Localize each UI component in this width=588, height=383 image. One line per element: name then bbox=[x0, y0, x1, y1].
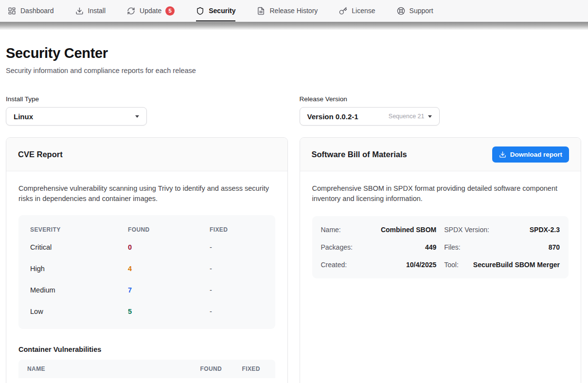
sbom-detail-tool: Tool: SecureBuild SBOM Merger bbox=[444, 256, 560, 274]
nav-tab-label: Dashboard bbox=[20, 7, 54, 15]
release-version-value: Version 0.0.2-1 bbox=[307, 112, 358, 121]
sbom-detail-name: Name: Combined SBOM bbox=[321, 221, 437, 238]
nav-tab-install[interactable]: Install bbox=[75, 0, 106, 21]
page-title: Security Center bbox=[6, 45, 581, 61]
found-count: 4 bbox=[128, 265, 210, 273]
table-row: Critical 0 - bbox=[18, 237, 275, 258]
dashboard-icon bbox=[8, 7, 16, 15]
detail-value: 449 bbox=[425, 243, 436, 251]
detail-value: SecureBuild SBOM Merger bbox=[473, 261, 560, 269]
found-col-header: FOUND bbox=[128, 226, 210, 233]
cve-report-title: CVE Report bbox=[18, 150, 63, 159]
detail-value: 870 bbox=[549, 243, 560, 251]
download-report-button[interactable]: Download report bbox=[492, 146, 569, 163]
nav-tab-label: Update bbox=[140, 7, 161, 15]
sbom-details: Name: Combined SBOM SPDX Version: SPDX-2… bbox=[312, 216, 569, 278]
nav-tab-label: Security bbox=[209, 7, 235, 15]
severity-label: Medium bbox=[30, 286, 128, 294]
severity-table: SEVERITY FOUND FIXED Critical 0 - High 4… bbox=[18, 215, 275, 329]
fixed-count: - bbox=[210, 243, 264, 251]
fixed-count: - bbox=[210, 286, 264, 294]
found-col-header: FOUND bbox=[200, 365, 231, 372]
release-version-label: Release Version bbox=[300, 95, 582, 103]
found-count: 0 bbox=[128, 243, 210, 251]
severity-col-header: SEVERITY bbox=[30, 226, 128, 233]
container-vulnerabilities-title: Container Vulnerabilities bbox=[18, 346, 275, 353]
sbom-detail-created: Created: 10/4/2025 bbox=[321, 256, 437, 274]
detail-label: Name: bbox=[321, 226, 341, 234]
chevron-down-icon bbox=[135, 115, 139, 118]
severity-label: Critical bbox=[30, 243, 128, 251]
release-version-filter: Release Version Version 0.0.2-1 Sequence… bbox=[300, 95, 582, 126]
nav-tab-update[interactable]: Update 5 bbox=[127, 0, 175, 21]
table-row: Medium 7 - bbox=[18, 279, 275, 301]
found-count: 5 bbox=[128, 308, 210, 315]
nav-tab-license[interactable]: License bbox=[339, 0, 375, 21]
detail-label: SPDX Version: bbox=[444, 226, 489, 234]
nav-tab-security[interactable]: Security bbox=[196, 0, 235, 21]
nav-tab-release-history[interactable]: Release History bbox=[257, 0, 318, 21]
refresh-icon bbox=[127, 7, 135, 15]
name-col-header: NAME bbox=[27, 365, 189, 372]
fixed-col-header: FIXED bbox=[210, 226, 264, 233]
nav-tab-label: Release History bbox=[269, 7, 318, 15]
detail-label: Packages: bbox=[321, 243, 353, 251]
sbom-description: Comprehensive SBOM in SPDX format provid… bbox=[312, 183, 569, 204]
found-count: 7 bbox=[128, 286, 210, 294]
nav-tab-label: Install bbox=[88, 7, 106, 15]
page-subtitle: Security information and compliance repo… bbox=[6, 67, 581, 74]
severity-table-header: SEVERITY FOUND FIXED bbox=[18, 223, 275, 237]
header-shadow-band bbox=[0, 22, 588, 30]
table-row: Low 5 - bbox=[18, 301, 275, 322]
install-type-filter: Install Type Linux bbox=[6, 95, 288, 126]
sbom-detail-spdx-version: SPDX Version: SPDX-2.3 bbox=[444, 221, 560, 238]
filters-row: Install Type Linux Release Version Versi… bbox=[6, 95, 581, 126]
severity-label: Low bbox=[30, 308, 128, 315]
life-buoy-icon bbox=[397, 7, 405, 15]
download-icon bbox=[499, 151, 506, 158]
fixed-count: - bbox=[210, 308, 264, 315]
sbom-detail-files: Files: 870 bbox=[444, 238, 560, 256]
download-report-label: Download report bbox=[510, 151, 562, 158]
cve-report-description: Comprehensive vulnerability scanning usi… bbox=[18, 183, 275, 204]
cve-report-card: CVE Report Comprehensive vulnerability s… bbox=[6, 137, 288, 383]
fixed-col-header: FIXED bbox=[242, 365, 267, 372]
file-text-icon bbox=[257, 7, 265, 15]
shield-icon bbox=[196, 7, 204, 15]
detail-value: Combined SBOM bbox=[381, 226, 436, 234]
sbom-title: Software Bill of Materials bbox=[312, 150, 407, 159]
update-count-badge: 5 bbox=[165, 6, 175, 16]
detail-value: 10/4/2025 bbox=[406, 261, 436, 269]
sbom-header: Software Bill of Materials Download repo… bbox=[300, 138, 581, 171]
nav-tab-support[interactable]: Support bbox=[397, 0, 433, 21]
detail-label: Tool: bbox=[444, 261, 459, 269]
nav-tab-dashboard[interactable]: Dashboard bbox=[8, 0, 54, 21]
table-row: High 4 - bbox=[18, 258, 275, 279]
release-sequence-text: Sequence 21 bbox=[389, 113, 425, 120]
key-icon bbox=[339, 7, 347, 15]
nav-tab-label: License bbox=[352, 7, 375, 15]
download-icon bbox=[75, 7, 84, 15]
install-type-label: Install Type bbox=[6, 95, 288, 103]
sbom-card: Software Bill of Materials Download repo… bbox=[300, 137, 582, 383]
detail-label: Files: bbox=[444, 243, 460, 251]
container-vulnerabilities-header: NAME FOUND FIXED bbox=[18, 360, 275, 378]
detail-label: Created: bbox=[321, 261, 347, 269]
sbom-detail-packages: Packages: 449 bbox=[321, 238, 437, 256]
release-version-select[interactable]: Version 0.0.2-1 Sequence 21 bbox=[300, 107, 440, 126]
top-nav: Dashboard Install Update 5 Security Rele… bbox=[0, 0, 588, 22]
chevron-down-icon bbox=[428, 115, 432, 118]
install-type-value: Linux bbox=[14, 112, 33, 121]
nav-tab-label: Support bbox=[410, 7, 433, 15]
severity-label: High bbox=[30, 265, 128, 273]
detail-value: SPDX-2.3 bbox=[530, 226, 560, 234]
fixed-count: - bbox=[210, 265, 264, 273]
cve-report-header: CVE Report bbox=[6, 138, 287, 171]
install-type-select[interactable]: Linux bbox=[6, 107, 147, 126]
